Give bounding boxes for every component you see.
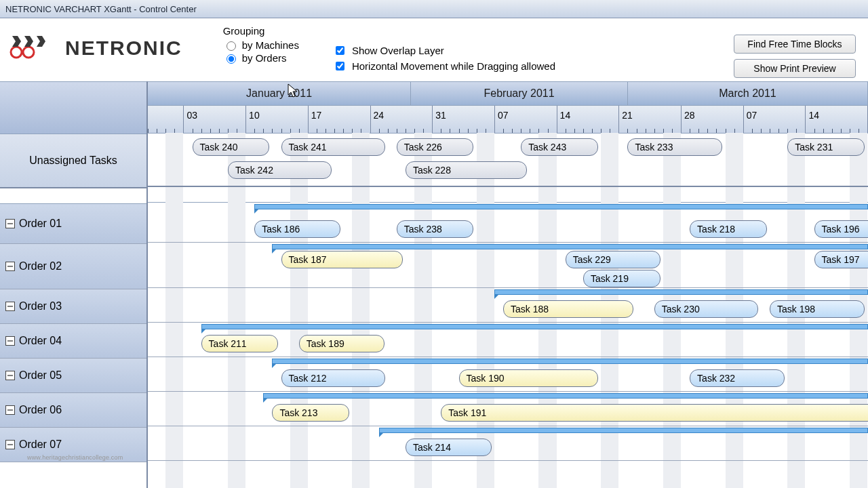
order-label: Order 06 bbox=[19, 404, 62, 416]
task-bar[interactable]: Task 212 bbox=[281, 369, 385, 387]
watermark: www.heritagechristiancollege.com bbox=[27, 454, 123, 461]
order-row-body[interactable]: Task 212Task 190Task 232 bbox=[148, 357, 868, 392]
order-summary-bar[interactable] bbox=[254, 204, 868, 209]
collapse-icon[interactable] bbox=[5, 336, 15, 346]
order-row-header[interactable]: Order 04 bbox=[0, 324, 146, 359]
window-title: NETRONIC VARCHART XGantt - Control Cente… bbox=[5, 4, 197, 14]
order-row-header[interactable]: Order 06 bbox=[0, 393, 146, 428]
task-bar[interactable]: Task 219 bbox=[583, 270, 660, 287]
order-row-body[interactable]: Task 187Task 229Task 197Task 219 bbox=[148, 243, 868, 288]
order-row-body[interactable]: Task 186Task 238Task 218Task 196 bbox=[148, 203, 868, 243]
task-bar[interactable]: Task 188 bbox=[503, 300, 633, 318]
collapse-icon[interactable] bbox=[5, 371, 15, 380]
order-row-header[interactable]: Order 03 bbox=[0, 289, 146, 324]
unassigned-body[interactable]: Task 240Task 241Task 226Task 243Task 233… bbox=[148, 133, 868, 187]
collapse-icon[interactable] bbox=[5, 302, 15, 311]
gantt-sidebar: Unassigned Tasks Order 01Order 02Order 0… bbox=[0, 81, 148, 488]
month-header: March 2011 bbox=[628, 82, 868, 105]
order-row-header[interactable]: Order 01 bbox=[0, 204, 146, 244]
order-row-body[interactable]: Task 214 bbox=[148, 426, 868, 461]
brand-name: NETRONIC bbox=[65, 37, 182, 60]
find-free-time-button[interactable]: Find Free Time Blocks bbox=[734, 35, 856, 54]
grouping-option-orders[interactable]: by Orders bbox=[223, 52, 299, 64]
order-row-body[interactable]: Task 213Task 191 bbox=[148, 392, 868, 426]
order-row-header[interactable]: Order 02 bbox=[0, 244, 146, 289]
task-bar[interactable]: Task 218 bbox=[690, 220, 767, 238]
task-bar[interactable]: Task 214 bbox=[406, 439, 492, 456]
grouping-label: Grouping bbox=[223, 25, 299, 37]
task-bar[interactable]: Task 243 bbox=[521, 138, 598, 156]
week-tick: 28 bbox=[681, 106, 682, 133]
task-bar[interactable]: Task 242 bbox=[228, 161, 332, 179]
month-header: February 2011 bbox=[411, 82, 628, 105]
task-bar[interactable]: Task 213 bbox=[272, 404, 349, 422]
collapse-icon[interactable] bbox=[5, 262, 15, 271]
grouping-radio-orders[interactable] bbox=[226, 54, 236, 64]
order-summary-bar[interactable] bbox=[379, 428, 868, 433]
show-overlap-check[interactable]: Show Overlap Layer bbox=[333, 44, 555, 57]
collapse-icon[interactable] bbox=[5, 219, 15, 228]
toolbar: NETRONIC Grouping by Machines by Orders … bbox=[0, 18, 868, 88]
week-tick: 10 bbox=[245, 106, 246, 133]
task-bar[interactable]: Task 230 bbox=[654, 300, 758, 318]
horizontal-move-checkbox[interactable] bbox=[336, 62, 344, 70]
horizontal-move-check[interactable]: Horizontal Movement while Dragging allow… bbox=[333, 60, 555, 73]
task-bar[interactable]: Task 187 bbox=[281, 251, 403, 268]
order-label: Order 03 bbox=[19, 300, 62, 312]
order-label: Order 01 bbox=[19, 218, 62, 230]
print-preview-button[interactable]: Show Print Preview bbox=[734, 59, 856, 78]
task-bar[interactable]: Task 232 bbox=[690, 369, 785, 387]
gantt-timeline[interactable]: January 2011February 2011March 2011 0310… bbox=[148, 81, 868, 488]
week-tick: 03 bbox=[183, 106, 184, 133]
order-row-body[interactable]: Task 211Task 189 bbox=[148, 323, 868, 357]
window-titlebar: NETRONIC VARCHART XGantt - Control Cente… bbox=[0, 0, 868, 18]
show-overlap-checkbox[interactable] bbox=[336, 46, 344, 55]
week-tick: 07 bbox=[743, 106, 744, 133]
order-summary-bar[interactable] bbox=[272, 359, 868, 364]
task-bar[interactable]: Task 190 bbox=[459, 369, 598, 387]
brand-logo: NETRONIC bbox=[7, 33, 182, 62]
timeline-header: January 2011February 2011March 2011 0310… bbox=[148, 81, 868, 134]
grouping-radio-machines[interactable] bbox=[226, 41, 236, 51]
task-bar[interactable]: Task 238 bbox=[397, 220, 474, 238]
timeline-body[interactable]: Task 240Task 241Task 226Task 243Task 233… bbox=[148, 133, 868, 488]
week-tick: 07 bbox=[494, 106, 495, 133]
order-summary-bar[interactable] bbox=[494, 289, 868, 295]
week-tick: 14 bbox=[557, 106, 557, 133]
task-bar[interactable]: Task 189 bbox=[299, 335, 385, 352]
collapse-icon[interactable] bbox=[5, 440, 15, 449]
task-bar[interactable]: Task 241 bbox=[281, 138, 385, 156]
task-bar[interactable]: Task 198 bbox=[770, 300, 865, 318]
order-summary-bar[interactable] bbox=[272, 244, 868, 249]
svg-point-1 bbox=[23, 47, 34, 58]
svg-point-0 bbox=[11, 47, 22, 58]
order-summary-bar[interactable] bbox=[201, 324, 868, 329]
sidebar-header-blank bbox=[0, 81, 146, 134]
collapse-icon[interactable] bbox=[5, 405, 15, 415]
week-tick: 17 bbox=[308, 106, 309, 133]
task-bar[interactable]: Task 191 bbox=[441, 404, 868, 422]
task-bar[interactable]: Task 240 bbox=[193, 138, 270, 156]
task-bar[interactable]: Task 211 bbox=[201, 335, 279, 352]
grouping-panel: Grouping by Machines by Orders bbox=[223, 25, 299, 65]
brand-mark-icon bbox=[7, 33, 61, 62]
week-tick: 21 bbox=[618, 106, 619, 133]
order-label: Order 07 bbox=[19, 439, 62, 451]
task-bar[interactable]: Task 229 bbox=[566, 251, 660, 268]
sidebar-gap bbox=[0, 188, 146, 204]
task-bar[interactable]: Task 226 bbox=[397, 138, 474, 156]
task-bar[interactable]: Task 196 bbox=[814, 220, 869, 238]
task-bar[interactable]: Task 228 bbox=[406, 161, 527, 179]
order-summary-bar[interactable] bbox=[263, 393, 868, 399]
timeline-gap bbox=[148, 187, 868, 203]
task-bar[interactable]: Task 197 bbox=[814, 251, 869, 268]
grouping-option-machines[interactable]: by Machines bbox=[223, 39, 299, 51]
week-tick: 31 bbox=[432, 106, 433, 133]
task-bar[interactable]: Task 233 bbox=[627, 138, 722, 156]
options-panel: Show Overlap Layer Horizontal Movement w… bbox=[333, 41, 555, 75]
order-row-header[interactable]: Order 05 bbox=[0, 359, 146, 393]
task-bar[interactable]: Task 186 bbox=[254, 220, 340, 238]
order-row-body[interactable]: Task 188Task 230Task 198 bbox=[148, 288, 868, 323]
task-bar[interactable]: Task 231 bbox=[787, 138, 865, 156]
order-label: Order 05 bbox=[19, 369, 62, 382]
